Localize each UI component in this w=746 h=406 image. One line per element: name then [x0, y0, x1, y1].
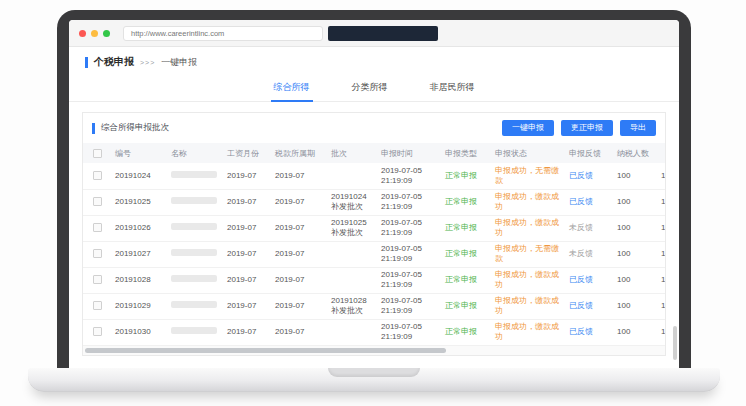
cell-period: 2019-07 — [271, 293, 327, 319]
redacted-name — [171, 197, 217, 204]
cell-extra: 11 — [657, 241, 665, 267]
cell-taxpayers: 100 — [613, 163, 657, 189]
cell-id: 20191030 — [111, 319, 167, 345]
cell-name — [167, 319, 223, 345]
cell-id: 20191025 — [111, 189, 167, 215]
col-header-period: 税款所属期 — [271, 143, 327, 163]
cell-feedback: 已反馈 — [565, 267, 613, 293]
cell-batch: 20191028 补发批次 — [327, 293, 377, 319]
cell-taxpayers: 100 — [613, 267, 657, 293]
cell-type: 正常申报 — [441, 293, 491, 319]
cell-status: 申报成功，缴款成功 — [491, 267, 565, 293]
cell-extra: 11 — [657, 215, 665, 241]
col-header-month: 工资月份 — [223, 143, 271, 163]
redacted-name — [171, 301, 217, 308]
cell-period: 2019-07 — [271, 163, 327, 189]
cell-name — [167, 293, 223, 319]
table-row: 20191026 2019-07 2019-07 20191025 补发批次 2… — [83, 215, 665, 241]
row-checkbox[interactable] — [93, 301, 102, 310]
cell-period: 2019-07 — [271, 267, 327, 293]
table-row: 20191029 2019-07 2019-07 20191028 补发批次 2… — [83, 293, 665, 319]
cell-month: 2019-07 — [223, 319, 271, 345]
cell-extra: 11 — [657, 319, 665, 345]
tab-comprehensive-income[interactable]: 综合所得 — [271, 77, 313, 102]
traffic-light-close[interactable] — [79, 30, 86, 37]
cell-feedback: 已反馈 — [565, 163, 613, 189]
cell-type: 正常申报 — [441, 215, 491, 241]
tab-nonresident-income[interactable]: 非居民所得 — [427, 77, 478, 101]
batch-table: 编号 名称 工资月份 税款所属期 批次 申报时间 申报类型 申报状态 申报反馈 … — [83, 143, 665, 346]
cell-status: 申报成功，无需缴款 — [491, 163, 565, 189]
table-row: 20191025 2019-07 2019-07 20191024 补发批次 2… — [83, 189, 665, 215]
traffic-light-zoom[interactable] — [103, 30, 110, 37]
cell-type: 正常申报 — [441, 241, 491, 267]
panel-accent-bar — [92, 123, 95, 134]
cell-feedback: 已反馈 — [565, 189, 613, 215]
cell-taxpayers: 100 — [613, 189, 657, 215]
cell-feedback: 已反馈 — [565, 319, 613, 345]
cell-taxpayers: 100 — [613, 293, 657, 319]
horizontal-scrollbar — [83, 346, 665, 355]
cell-extra: 11 — [657, 163, 665, 189]
cell-time: 2019-07-05 21:19:09 — [377, 163, 441, 189]
cell-extra: 11 — [657, 267, 665, 293]
page-content: 个税申报 >>> 一键申报 综合所得 分类所得 非居民所得 综合所得申报批次 一… — [69, 47, 679, 368]
cell-id: 20191024 — [111, 163, 167, 189]
cell-period: 2019-07 — [271, 241, 327, 267]
cell-period: 2019-07 — [271, 189, 327, 215]
cell-id: 20191029 — [111, 293, 167, 319]
cell-month: 2019-07 — [223, 163, 271, 189]
cell-name — [167, 189, 223, 215]
cell-taxpayers: 100 — [613, 241, 657, 267]
vertical-scrollbar-thumb[interactable] — [673, 326, 677, 360]
redacted-name — [171, 275, 217, 282]
cell-time: 2019-07-05 21:19:09 — [377, 189, 441, 215]
cell-id: 20191028 — [111, 267, 167, 293]
row-checkbox[interactable] — [93, 249, 102, 258]
cell-time: 2019-07-05 21:19:09 — [377, 241, 441, 267]
cell-status: 申报成功，缴款成功 — [491, 293, 565, 319]
cell-month: 2019-07 — [223, 215, 271, 241]
tab-classified-income[interactable]: 分类所得 — [349, 77, 391, 101]
cell-time: 2019-07-05 21:19:09 — [377, 293, 441, 319]
cell-type: 正常申报 — [441, 319, 491, 345]
cell-batch — [327, 267, 377, 293]
row-checkbox[interactable] — [93, 327, 102, 336]
cell-feedback: 未反馈 — [565, 241, 613, 267]
quick-declare-button[interactable]: 一键申报 — [502, 120, 554, 136]
row-checkbox[interactable] — [93, 275, 102, 284]
cell-month: 2019-07 — [223, 189, 271, 215]
redacted-name — [171, 171, 217, 178]
browser-chrome: http://www.careerintlinc.com — [69, 20, 679, 47]
address-bar[interactable]: http://www.careerintlinc.com — [123, 26, 323, 41]
export-button[interactable]: 导出 — [620, 120, 656, 136]
cell-period: 2019-07 — [271, 319, 327, 345]
select-all-checkbox[interactable] — [93, 149, 102, 158]
cell-status: 申报成功，缴款成功 — [491, 319, 565, 345]
cell-extra: 11 — [657, 189, 665, 215]
horizontal-scrollbar-thumb[interactable] — [85, 348, 446, 353]
cell-status: 申报成功，缴款成功 — [491, 215, 565, 241]
col-header-type: 申报类型 — [441, 143, 491, 163]
cell-type: 正常申报 — [441, 163, 491, 189]
row-checkbox[interactable] — [93, 223, 102, 232]
correct-declare-button[interactable]: 更正申报 — [561, 120, 613, 136]
cell-type: 正常申报 — [441, 189, 491, 215]
row-checkbox[interactable] — [93, 171, 102, 180]
cell-type: 正常申报 — [441, 267, 491, 293]
tab-bar: 综合所得 分类所得 非居民所得 — [69, 77, 679, 102]
browser-dark-strip — [328, 26, 438, 41]
cell-batch — [327, 319, 377, 345]
cell-batch — [327, 241, 377, 267]
breadcrumb-separator: >>> — [140, 59, 155, 66]
breadcrumb: 个税申报 >>> 一键申报 — [69, 47, 679, 77]
cell-batch — [327, 163, 377, 189]
cell-status: 申报成功，缴款成功 — [491, 189, 565, 215]
cell-name — [167, 163, 223, 189]
cell-name — [167, 241, 223, 267]
cell-extra: 11 — [657, 293, 665, 319]
traffic-light-minimize[interactable] — [91, 30, 98, 37]
cell-status: 申报成功，无需缴款 — [491, 241, 565, 267]
cell-name — [167, 267, 223, 293]
row-checkbox[interactable] — [93, 197, 102, 206]
